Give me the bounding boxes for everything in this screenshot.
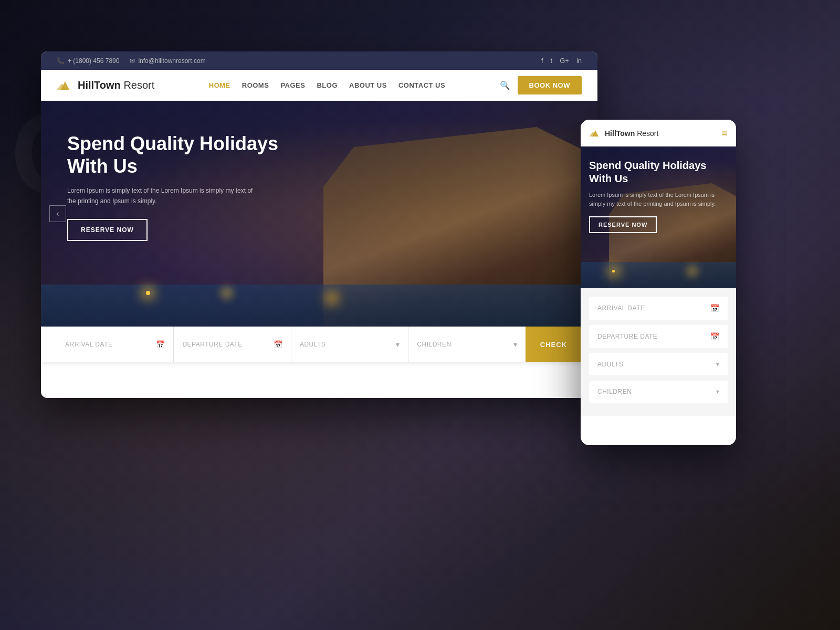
phone-number: + (1800) 456 7890 [68, 57, 119, 65]
twitter-icon[interactable]: t [551, 57, 553, 65]
nav-blog[interactable]: BLOG [317, 81, 338, 89]
mobile-logo-icon [589, 129, 602, 138]
facebook-icon[interactable]: f [541, 57, 543, 65]
top-bar: 📞 + (1800) 456 7890 ✉ info@hilltownresor… [41, 51, 597, 70]
mobile-hero-lights [612, 270, 615, 272]
dropdown-arrow-children: ▾ [513, 340, 517, 349]
hero-pool [41, 285, 597, 327]
nav-links: HOME ROOMS PAGES BLOG ABOUT US CONTACT U… [209, 81, 445, 89]
mobile-arrival-label: ARRIVAL DATE [597, 304, 645, 312]
mobile-hero-content: Spend Quality Holidays With Us Lorem Ips… [589, 159, 728, 233]
dropdown-arrow-adults: ▾ [396, 340, 400, 349]
googleplus-icon[interactable]: G+ [560, 57, 569, 65]
mobile-logo-bold: HillTown [605, 129, 635, 138]
booking-bar: ARRIVAL DATE 📅 DEPARTURE DATE 📅 ADULTS ▾… [41, 327, 597, 362]
email-address: info@hilltownresort.com [138, 57, 205, 65]
mobile-nav: HillTown Resort ≡ [581, 120, 736, 146]
nav-rooms[interactable]: ROOMS [242, 81, 269, 89]
search-icon[interactable]: 🔍 [500, 80, 510, 90]
logo-mountain-icon [57, 79, 74, 92]
mobile-reserve-button[interactable]: RESERVE NOW [589, 216, 657, 233]
nav-pages[interactable]: PAGES [280, 81, 305, 89]
check-availability-button[interactable]: CHECK [526, 327, 582, 362]
calendar-icon-departure: 📅 [274, 340, 282, 349]
mobile-children-field[interactable]: CHILDREN ▾ [589, 381, 728, 403]
hero-section: ‹ Spend Quality Holidays With Us Lorem I… [41, 101, 597, 327]
mobile-logo-light: Resort [635, 129, 658, 138]
mobile-logo[interactable]: HillTown Resort [589, 129, 658, 138]
phone-icon: 📞 [57, 57, 65, 65]
calendar-icon-arrival: 📅 [156, 340, 165, 349]
mobile-hero-description: Lorem Ipsum is simply text of the Lorem … [589, 191, 728, 208]
phone-contact: 📞 + (1800) 456 7890 [57, 57, 119, 65]
children-label: CHILDREN [417, 341, 451, 348]
logo-bold: HillTown [78, 79, 121, 91]
email-contact: ✉ info@hilltownresort.com [130, 57, 205, 65]
arrival-date-field[interactable]: ARRIVAL DATE 📅 [57, 327, 174, 362]
logo-text: HillTown Resort [78, 79, 154, 91]
adults-label: ADULTS [300, 341, 326, 348]
mobile-window: HillTown Resort ≡ Spend Quality Holidays… [581, 120, 736, 445]
mobile-hero-pool [581, 262, 736, 288]
mobile-logo-text: HillTown Resort [605, 129, 658, 138]
mobile-departure-field[interactable]: DEPARTURE DATE 📅 [589, 325, 728, 348]
email-icon: ✉ [130, 57, 135, 65]
logo[interactable]: HillTown Resort [57, 79, 154, 92]
mobile-adults-field[interactable]: ADULTS ▾ [589, 353, 728, 375]
hero-lights [146, 291, 150, 295]
desktop-window: 📞 + (1800) 456 7890 ✉ info@hilltownresor… [41, 51, 597, 398]
linkedin-icon[interactable]: in [576, 57, 582, 65]
arrival-date-label: ARRIVAL DATE [65, 341, 112, 348]
departure-date-field[interactable]: DEPARTURE DATE 📅 [174, 327, 291, 362]
top-bar-left: 📞 + (1800) 456 7890 ✉ info@hilltownresor… [57, 57, 206, 65]
mobile-hero-section: Spend Quality Holidays With Us Lorem Ips… [581, 146, 736, 288]
nav-right: 🔍 BOOK NOW [500, 76, 582, 94]
departure-date-label: DEPARTURE DATE [182, 341, 242, 348]
hero-prev-arrow[interactable]: ‹ [49, 205, 66, 222]
nav-bar: HillTown Resort HOME ROOMS PAGES BLOG AB… [41, 70, 597, 101]
nav-about[interactable]: ABOUT US [349, 81, 387, 89]
mobile-booking-form: ARRIVAL DATE 📅 DEPARTURE DATE 📅 ADULTS ▾… [581, 288, 736, 416]
social-links: f t G+ in [541, 57, 582, 65]
hero-content: Spend Quality Holidays With Us Lorem Ips… [67, 132, 288, 241]
nav-home[interactable]: HOME [209, 81, 230, 89]
mobile-departure-label: DEPARTURE DATE [597, 333, 657, 340]
mobile-arrival-field[interactable]: ARRIVAL DATE 📅 [589, 297, 728, 320]
hero-title: Spend Quality Holidays With Us [67, 132, 288, 177]
hero-description: Lorem Ipsum is simply text of the Lorem … [67, 186, 256, 206]
logo-light: Resort [121, 79, 154, 91]
reserve-now-button[interactable]: RESERVE NOW [67, 219, 148, 241]
mobile-dropdown-children: ▾ [716, 388, 719, 395]
mobile-calendar-departure: 📅 [710, 332, 719, 341]
hamburger-menu-icon[interactable]: ≡ [721, 127, 728, 139]
mobile-hero-title: Spend Quality Holidays With Us [589, 159, 728, 185]
mobile-dropdown-adults: ▾ [716, 361, 719, 368]
nav-contact[interactable]: CONTACT US [398, 81, 445, 89]
mobile-calendar-arrival: 📅 [710, 304, 719, 312]
mobile-adults-label: ADULTS [597, 361, 623, 368]
adults-field[interactable]: ADULTS ▾ [291, 327, 408, 362]
children-field[interactable]: CHILDREN ▾ [408, 327, 525, 362]
mobile-children-label: CHILDREN [597, 388, 632, 395]
book-now-button[interactable]: BOOK NOW [518, 76, 582, 94]
